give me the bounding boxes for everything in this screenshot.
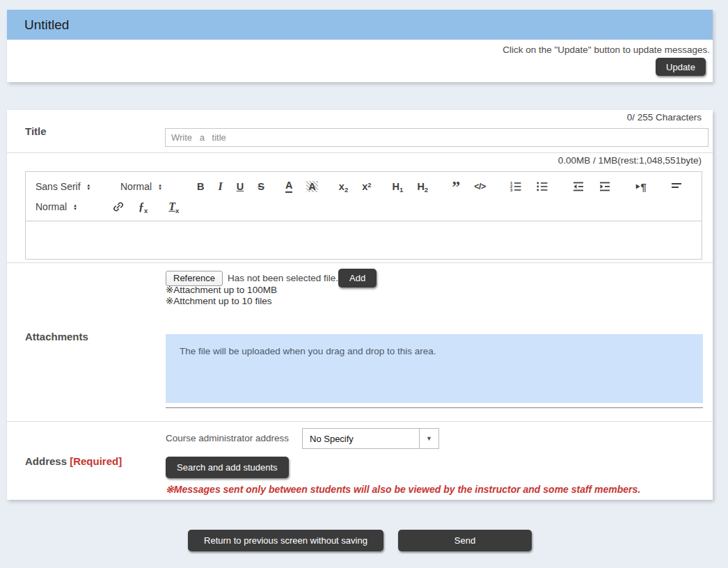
header-dropdown[interactable]: Normal ▴▾ bbox=[35, 201, 93, 212]
course-admin-label: Course administrator address bbox=[166, 433, 289, 443]
add-button[interactable]: Add bbox=[338, 269, 377, 287]
background-color-icon[interactable]: A bbox=[305, 181, 319, 193]
chevron-down-icon: ▼ bbox=[419, 429, 438, 448]
title-label: Title bbox=[25, 125, 47, 137]
attachment-size-note: ※Attachment up to 100MB bbox=[166, 284, 277, 295]
update-notice: Click on the "Update" button to update m… bbox=[7, 40, 713, 55]
search-add-students-button[interactable]: Search and add students bbox=[166, 457, 289, 478]
text-direction-icon[interactable]: ‣¶ bbox=[633, 182, 648, 192]
ordered-list-icon[interactable]: 123 bbox=[508, 180, 523, 193]
body-section: 0.00MB / 1MB(rest:1,048,551byte) Sans Se… bbox=[7, 153, 713, 263]
strikethrough-icon[interactable]: S bbox=[256, 182, 266, 192]
update-panel: Untitled Click on the "Update" button to… bbox=[7, 10, 713, 82]
svg-text:3: 3 bbox=[510, 188, 513, 192]
clear-formatting-icon[interactable]: Tx bbox=[167, 201, 180, 212]
title-section: Title 0/ 255 Characters bbox=[7, 110, 713, 153]
editor-toolbar: Sans Serif ▴▾ Normal ▴▾ B I U S A A bbox=[25, 171, 702, 221]
header1-icon[interactable]: H1 bbox=[391, 182, 405, 192]
attachments-section: Attachments Reference Has not been selec… bbox=[7, 263, 713, 422]
bullet-list-icon[interactable] bbox=[535, 180, 550, 193]
size-info: 0.00MB / 1MB(rest:1,048,551byte) bbox=[558, 155, 702, 166]
formula-icon[interactable]: ƒx bbox=[137, 201, 149, 212]
message-form: Title 0/ 255 Characters 0.00MB / 1MB(res… bbox=[7, 110, 713, 500]
page-title: Untitled bbox=[24, 17, 69, 33]
send-button[interactable]: Send bbox=[398, 530, 532, 551]
code-block-icon[interactable]: </> bbox=[473, 182, 487, 191]
dropzone-divider bbox=[166, 407, 703, 409]
rich-text-editor: Sans Serif ▴▾ Normal ▴▾ B I U S A A bbox=[25, 171, 702, 260]
superscript-icon[interactable]: x2 bbox=[361, 182, 372, 192]
bold-icon[interactable]: B bbox=[196, 182, 205, 192]
drag-drop-area[interactable]: The file will be uploaded when you drag … bbox=[166, 334, 703, 403]
font-dropdown[interactable]: Sans Serif ▴▾ bbox=[35, 181, 102, 192]
attachments-label: Attachments bbox=[25, 331, 88, 342]
required-badge: [Required] bbox=[70, 455, 122, 467]
subscript-icon[interactable]: x2 bbox=[338, 182, 349, 192]
return-button[interactable]: Return to previous screen without saving bbox=[188, 530, 383, 551]
blockquote-icon[interactable]: ” bbox=[450, 182, 461, 191]
no-file-text: Has not been selected file. bbox=[228, 273, 338, 283]
title-input[interactable] bbox=[165, 128, 709, 147]
address-label: Address [Required] bbox=[25, 455, 122, 467]
italic-icon[interactable]: I bbox=[216, 181, 223, 192]
header2-icon[interactable]: H2 bbox=[416, 182, 429, 192]
students-message-warning: ※Messages sent only between students wil… bbox=[166, 484, 640, 495]
character-counter: 0/ 255 Characters bbox=[627, 112, 702, 123]
outdent-icon[interactable] bbox=[571, 180, 586, 193]
updown-arrows-icon: ▴▾ bbox=[88, 183, 90, 190]
updown-arrows-icon: ▴▾ bbox=[159, 183, 161, 190]
link-icon[interactable] bbox=[111, 200, 126, 213]
size-dropdown[interactable]: Normal ▴▾ bbox=[120, 181, 177, 192]
indent-icon[interactable] bbox=[597, 180, 612, 193]
update-button[interactable]: Update bbox=[656, 58, 706, 76]
underline-icon[interactable]: U bbox=[235, 182, 245, 192]
message-compose-page: Untitled Click on the "Update" button to… bbox=[0, 0, 728, 568]
toolbar-row-1: Sans Serif ▴▾ Normal ▴▾ B I U S A A bbox=[35, 178, 692, 195]
selected-value: No Specify bbox=[303, 434, 419, 444]
align-icon[interactable] bbox=[669, 180, 684, 193]
address-section: Course administrator address No Specify … bbox=[7, 422, 713, 499]
attachment-count-note: ※Attchment up to 10 files bbox=[166, 295, 271, 306]
toolbar-row-2: Normal ▴▾ ƒx Tx bbox=[35, 198, 692, 215]
course-admin-select[interactable]: No Specify ▼ bbox=[302, 428, 439, 449]
dropzone-text: The file will be uploaded when you drag … bbox=[180, 346, 436, 356]
editor-content-area[interactable] bbox=[25, 221, 702, 260]
updown-arrows-icon: ▴▾ bbox=[74, 203, 77, 210]
text-color-icon[interactable]: A bbox=[284, 180, 294, 193]
message-title-bar: Untitled bbox=[7, 10, 713, 40]
